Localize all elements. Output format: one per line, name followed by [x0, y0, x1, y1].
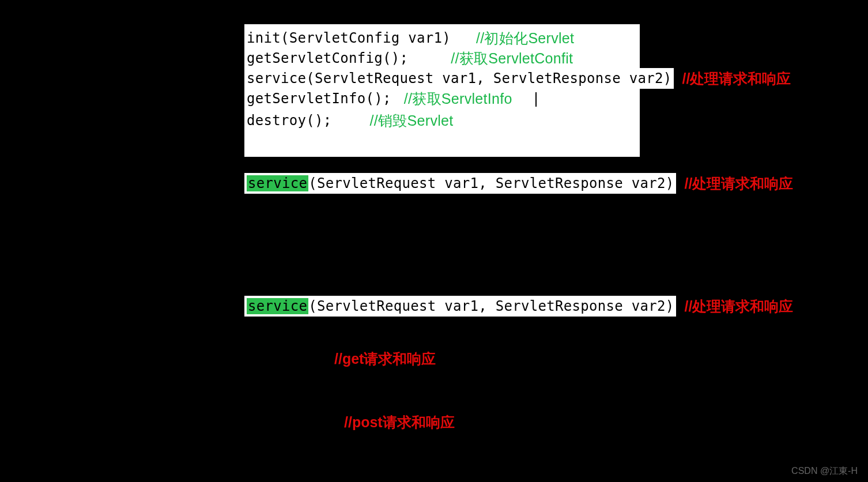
highlight-service-2: service	[247, 298, 308, 314]
watermark: CSDN @江東-H	[791, 465, 858, 477]
ann-post: //post请求和响应	[344, 413, 455, 432]
ann-service-hi-2: //处理请求和响应	[684, 297, 793, 316]
code-service-hi-2: service(ServletRequest var1, ServletResp…	[244, 296, 676, 317]
row-destroy: destroy(); //销毁Servlet	[244, 110, 454, 131]
ann-destroy: //销毁Servlet	[370, 111, 454, 130]
ann-get: //get请求和响应	[334, 349, 436, 368]
row-service-hi-2: service(ServletRequest var1, ServletResp…	[244, 296, 793, 317]
row-init: init(ServletConfig var1) //初始化Servlet	[244, 28, 574, 48]
ann-service-hi-1: //处理请求和响应	[684, 174, 793, 193]
code-init: init(ServletConfig var1)	[244, 28, 453, 48]
code-service-rest-2: (ServletRequest var1, ServletResponse va…	[308, 298, 674, 314]
code-getinfo-pre: getServletInfo();	[244, 88, 394, 109]
row-get: //get请求和响应	[334, 349, 436, 368]
row-service-1: service(ServletRequest var1, ServletResp…	[244, 68, 791, 89]
code-service-hi-1: service(ServletRequest var1, ServletResp…	[244, 173, 676, 194]
code-getinfo-post: |	[530, 88, 543, 109]
ann-getconfig: //获取ServletConfit	[451, 49, 573, 68]
row-getinfo: getServletInfo(); //获取ServletInfo |	[244, 88, 542, 109]
row-post: //post请求和响应	[344, 413, 455, 432]
ann-getinfo: //获取ServletInfo	[404, 89, 512, 108]
code-getconfig: getServletConfig();	[244, 48, 410, 69]
code-service-1: service(ServletRequest var1, ServletResp…	[244, 68, 674, 89]
row-getconfig: getServletConfig(); //获取ServletConfit	[244, 48, 573, 69]
highlight-service-1: service	[247, 175, 308, 191]
code-service-rest-1: (ServletRequest var1, ServletResponse va…	[308, 175, 674, 191]
ann-init: //初始化Servlet	[476, 29, 574, 48]
code-destroy: destroy();	[244, 110, 367, 131]
row-service-hi-1: service(ServletRequest var1, ServletResp…	[244, 173, 793, 194]
ann-service-1: //处理请求和响应	[682, 69, 791, 88]
